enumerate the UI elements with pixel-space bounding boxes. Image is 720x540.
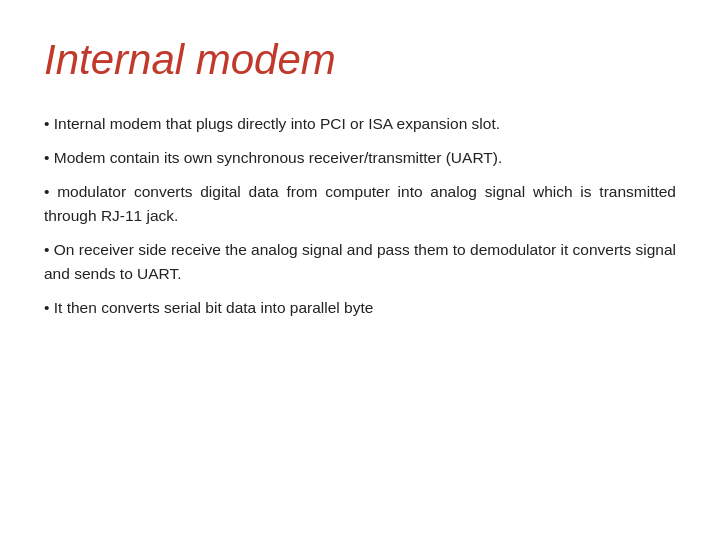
bullet-item-2: modulator converts digital data from com… bbox=[44, 180, 676, 228]
bullet-item-0: Internal modem that plugs directly into … bbox=[44, 112, 676, 136]
slide-container: Internal modem Internal modem that plugs… bbox=[0, 0, 720, 540]
bullet-item-3: On receiver side receive the analog sign… bbox=[44, 238, 676, 286]
bullet-item-1: Modem contain its own synchronous receiv… bbox=[44, 146, 676, 170]
bullet-item-4: It then converts serial bit data into pa… bbox=[44, 296, 676, 320]
bullet-list: Internal modem that plugs directly into … bbox=[44, 112, 676, 330]
slide-title: Internal modem bbox=[44, 36, 676, 84]
